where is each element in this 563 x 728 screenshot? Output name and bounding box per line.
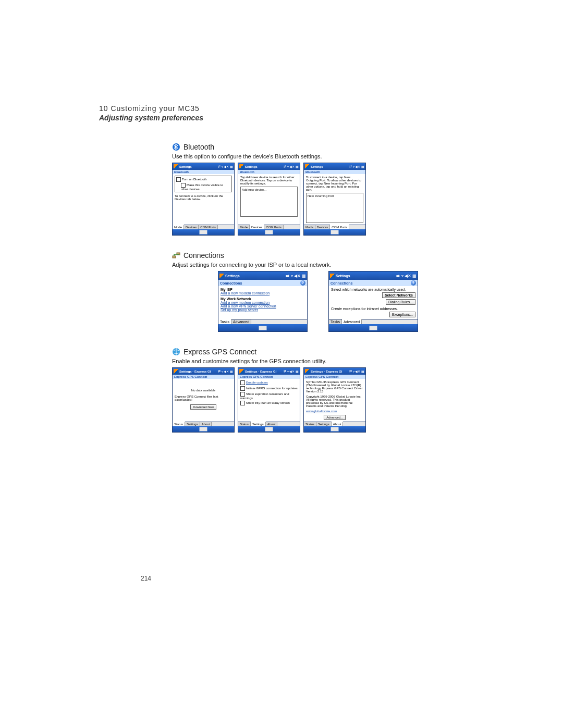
panel-title: Bluetooth bbox=[304, 170, 365, 174]
screenshot-connections-tasks: Settings ⇄ ▿ ◀✕ ▦ Connections ? My ISP A… bbox=[218, 271, 308, 332]
hint-text: Create exceptions for intranet addresses… bbox=[331, 307, 415, 311]
tab-status[interactable]: Status bbox=[173, 422, 185, 426]
exceptions-button[interactable]: Exceptions... bbox=[389, 312, 415, 317]
tab-bar: Mode Devices COM Ports bbox=[238, 225, 300, 229]
checkbox[interactable] bbox=[240, 386, 245, 391]
status-text: Express GPS Connect files last downloade… bbox=[175, 395, 232, 401]
panel-title: Connections ? bbox=[329, 280, 418, 286]
tab-settings[interactable]: Settings bbox=[316, 422, 332, 426]
dialing-rules-button[interactable]: Dialing Rules... bbox=[386, 299, 415, 305]
group-label: My Work Network bbox=[221, 297, 305, 301]
panel-title: Express GPS Connect bbox=[304, 375, 365, 379]
link-add-vpn[interactable]: Add a new VPN server connection bbox=[221, 304, 305, 308]
gps-icon bbox=[172, 348, 180, 356]
screenshot-bluetooth-mode: Settings ⇄ ▿ ◀✕ ▦ Bluetooth Turn on Blue… bbox=[172, 163, 235, 236]
window-title: Settings bbox=[245, 165, 283, 168]
keyboard-icon[interactable] bbox=[265, 230, 273, 235]
port-list[interactable]: New Incoming Port bbox=[306, 193, 363, 223]
keyboard-icon[interactable] bbox=[331, 230, 339, 235]
window-title: Settings - Express GI bbox=[245, 370, 283, 373]
tab-mode[interactable]: Mode bbox=[304, 225, 315, 229]
connections-icon bbox=[172, 251, 180, 260]
download-now-button[interactable]: Download Now bbox=[190, 404, 216, 410]
section-bluetooth: Bluetooth Use this option to configure t… bbox=[172, 143, 464, 236]
keyboard-icon[interactable] bbox=[265, 427, 273, 431]
tab-about[interactable]: About bbox=[266, 422, 278, 426]
tab-tasks[interactable]: Tasks bbox=[218, 319, 231, 324]
section-gps: Express GPS Connect Enable and customize… bbox=[172, 348, 464, 433]
screenshot-gps-about: Settings - Express GI ⇄ ▿ ◀✕ ▦ Express G… bbox=[303, 367, 366, 433]
checkbox-label: Make this device visible to other device… bbox=[181, 183, 223, 191]
hint-text: Tap Add new device to search for other B… bbox=[240, 176, 298, 185]
start-icon bbox=[174, 369, 178, 374]
checkbox-label: Enable updates bbox=[246, 381, 268, 384]
help-icon[interactable]: ? bbox=[411, 280, 416, 286]
tab-status[interactable]: Status bbox=[304, 422, 316, 426]
tab-status[interactable]: Status bbox=[238, 422, 251, 426]
status-icons: ⇄ ▿ ◀✕ ▦ bbox=[349, 369, 364, 373]
start-icon bbox=[174, 164, 178, 169]
keyboard-icon[interactable] bbox=[259, 326, 267, 330]
status-icons: ⇄ ▿ ◀✕ ▦ bbox=[218, 165, 233, 168]
status-icons: ⇄ ▿ ◀✕ ▦ bbox=[286, 274, 306, 278]
website-link[interactable]: www.globallocate.com bbox=[306, 410, 363, 413]
keyboard-icon[interactable] bbox=[369, 326, 377, 330]
tab-bar: Status Settings About bbox=[173, 422, 234, 426]
keyboard-icon[interactable] bbox=[199, 427, 207, 431]
tab-bar: Mode Devices COM Ports bbox=[173, 225, 234, 229]
start-icon bbox=[219, 274, 224, 278]
tab-about[interactable]: About bbox=[200, 422, 212, 426]
tab-tasks[interactable]: Tasks bbox=[329, 319, 342, 324]
link-add-modem[interactable]: Add a new modem connection bbox=[221, 301, 305, 304]
tab-comports[interactable]: COM Ports bbox=[199, 225, 218, 229]
chapter-subtitle: Adjusting system preferences bbox=[99, 114, 506, 122]
tab-bar: Mode Devices COM Ports bbox=[304, 225, 365, 229]
tab-about[interactable]: About bbox=[332, 422, 344, 426]
checkbox[interactable] bbox=[176, 177, 181, 182]
device-list[interactable]: Add new device... bbox=[240, 187, 298, 217]
start-icon bbox=[330, 274, 335, 278]
advanced-button[interactable]: Advanced... bbox=[324, 415, 346, 420]
section-title: Bluetooth bbox=[183, 143, 214, 151]
panel-title: Bluetooth bbox=[173, 170, 234, 174]
checkbox[interactable] bbox=[240, 392, 245, 397]
chapter-heading: 10 Customizing your MC35 bbox=[99, 104, 506, 113]
start-icon bbox=[305, 164, 310, 169]
checkbox[interactable] bbox=[240, 401, 245, 405]
tab-devices[interactable]: Devices bbox=[184, 225, 199, 229]
panel-title: Connections ? bbox=[218, 280, 307, 286]
tab-comports[interactable]: COM Ports bbox=[264, 225, 284, 229]
list-item[interactable]: New Incoming Port bbox=[308, 194, 334, 198]
tab-bar: Status Settings About bbox=[238, 422, 300, 426]
select-networks-button[interactable]: Select Networks bbox=[382, 292, 415, 298]
keyboard-icon[interactable] bbox=[331, 427, 339, 431]
svg-rect-1 bbox=[173, 256, 176, 258]
list-item[interactable]: Add new device... bbox=[242, 188, 266, 191]
screenshot-gps-settings: Settings - Express GI ⇄ ▿ ◀✕ ▦ Express G… bbox=[238, 367, 300, 433]
tab-settings[interactable]: Settings bbox=[185, 422, 200, 426]
screenshot-bluetooth-comports: Settings ⇄ ▿ ◀✕ ▦ Bluetooth To connect t… bbox=[303, 163, 366, 236]
section-connections: Connections Adjust settings for connecti… bbox=[172, 251, 464, 332]
tab-devices[interactable]: Devices bbox=[250, 225, 264, 229]
screenshot-connections-advanced: Settings ⇄ ▿ ◀✕ ▦ Connections ? Select w… bbox=[328, 271, 418, 332]
help-icon[interactable]: ? bbox=[300, 280, 305, 286]
status-icons: ⇄ ▿ ◀✕ ▦ bbox=[284, 165, 299, 168]
tab-mode[interactable]: Mode bbox=[173, 225, 184, 229]
checkbox[interactable] bbox=[181, 183, 186, 188]
checkbox[interactable] bbox=[240, 380, 245, 385]
tab-advanced[interactable]: Advanced bbox=[342, 319, 362, 324]
tab-mode[interactable]: Mode bbox=[238, 225, 250, 229]
start-icon bbox=[239, 164, 244, 169]
tab-comports[interactable]: COM Ports bbox=[330, 225, 349, 229]
tab-advanced[interactable]: Advanced bbox=[231, 319, 251, 324]
status-icons: ⇄ ▿ ◀✕ ▦ bbox=[396, 274, 417, 278]
link-proxy[interactable]: Set up my proxy server bbox=[221, 308, 305, 312]
link-add-modem[interactable]: Add a new modem connection bbox=[221, 291, 305, 295]
copyright-text: Copyright 1999-2006 Global Locate Inc. A… bbox=[306, 395, 363, 408]
window-title: Settings - Express GI bbox=[179, 370, 217, 373]
tab-settings[interactable]: Settings bbox=[251, 422, 266, 426]
tab-devices[interactable]: Devices bbox=[315, 225, 330, 229]
keyboard-icon[interactable] bbox=[199, 230, 207, 235]
panel-title: Express GPS Connect bbox=[238, 375, 300, 379]
checkbox-label: Initiate GPRS connection for updates bbox=[246, 387, 298, 390]
